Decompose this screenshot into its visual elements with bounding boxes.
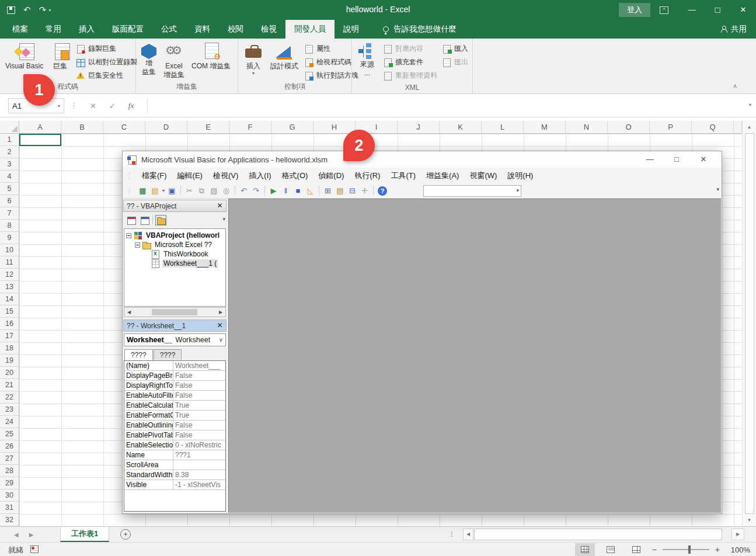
property-row[interactable]: Visible-1 - xlSheetVis <box>124 480 225 490</box>
sheet-nav-right-icon[interactable]: ▶ <box>29 531 34 538</box>
ribbon-tab[interactable]: 公式 <box>152 20 186 39</box>
excel-addins-button[interactable]: Excel 增益集 <box>161 41 187 81</box>
vba-menu-item[interactable]: 說明(H) <box>502 168 538 183</box>
row-header[interactable]: 5 <box>0 183 19 195</box>
row-header[interactable]: 32 <box>0 514 19 526</box>
collapse-ribbon-icon[interactable]: ∧ <box>733 82 737 90</box>
vba-menu-item[interactable]: 檢視(V) <box>208 168 243 183</box>
insert-object-icon[interactable]: ▤ <box>149 185 161 197</box>
sheet-tab[interactable]: 工作表1 <box>60 527 109 542</box>
vba-menu-item[interactable]: 插入(I) <box>243 168 276 183</box>
macro-security-button[interactable]: 巨集安全性 <box>74 69 139 82</box>
find-icon[interactable]: ◎ <box>220 185 232 197</box>
vba-minimize-button[interactable]: — <box>636 151 663 168</box>
column-header[interactable]: F <box>229 121 271 133</box>
relative-references-button[interactable]: 以相對位置錄製 <box>74 55 139 69</box>
ribbon-tab[interactable]: 常用 <box>37 20 70 39</box>
toolbar-grip-icon[interactable]: ⋮ <box>123 186 137 195</box>
row-header[interactable]: 26 <box>0 440 19 453</box>
vba-menu-item[interactable]: 編輯(E) <box>172 168 208 183</box>
row-header[interactable]: 30 <box>0 489 19 502</box>
object-selector-combo[interactable]: Worksheet__ Worksheet ∨ <box>124 333 226 346</box>
select-all-corner[interactable] <box>0 121 19 134</box>
column-header[interactable]: L <box>482 121 524 133</box>
tab-scrollbar-splitter[interactable]: ⁞ <box>451 530 453 538</box>
hscroll-right-icon[interactable]: ▶ <box>731 529 744 540</box>
record-macro-button[interactable]: 錄製巨集 <box>74 42 139 55</box>
customize-qat-icon[interactable]: ▾ <box>48 8 51 13</box>
row-header[interactable]: 23 <box>0 404 19 416</box>
row-header[interactable]: 19 <box>0 355 19 367</box>
design-mode-icon[interactable]: ◺ <box>304 185 316 197</box>
cut-icon[interactable]: ✂ <box>183 185 196 197</box>
row-header[interactable]: 12 <box>0 269 19 281</box>
vba-menu-item[interactable]: 工具(T) <box>385 168 421 183</box>
column-header[interactable]: G <box>271 121 313 133</box>
ribbon-tab[interactable]: 校閱 <box>219 20 252 39</box>
vba-close-button[interactable]: ✕ <box>690 151 717 168</box>
com-addins-button[interactable]: COM 增益集 <box>189 41 234 72</box>
properties-tab[interactable]: ???? <box>154 349 182 360</box>
property-row[interactable]: DisplayPageBreaFalse <box>124 371 225 381</box>
row-header[interactable]: 18 <box>0 342 19 355</box>
toolbox-icon[interactable]: ✛ <box>358 185 371 197</box>
horizontal-scrollbar[interactable] <box>474 529 722 540</box>
sign-in-button[interactable]: 登入 <box>619 3 650 17</box>
column-header[interactable]: K <box>440 121 482 133</box>
help-icon[interactable]: ? <box>378 186 387 196</box>
vba-menu-item[interactable]: 增益集(A) <box>421 168 464 183</box>
view-excel-icon[interactable]: ▦ <box>137 185 149 197</box>
column-header[interactable]: E <box>187 121 229 133</box>
row-header[interactable]: 25 <box>0 428 19 440</box>
undo-icon[interactable]: ↶ <box>238 185 250 197</box>
run-icon[interactable]: ▶ <box>267 185 280 197</box>
vba-menu-item[interactable]: 視窗(W) <box>464 168 502 183</box>
toolbar-overflow-icon[interactable]: ▾ <box>716 186 719 192</box>
ribbon-display-options-icon[interactable]: ^ <box>660 6 668 14</box>
tree-expander-icon[interactable] <box>135 242 140 248</box>
ribbon-tab[interactable]: 開發人員 <box>285 20 335 39</box>
project-tree-item[interactable]: Worksheet___1 ( <box>124 259 225 268</box>
row-header[interactable]: 27 <box>0 453 19 465</box>
ribbon-tab[interactable]: 檔案 <box>4 20 37 39</box>
copy-icon[interactable]: ⧉ <box>196 185 208 197</box>
ribbon-tab[interactable]: 插入 <box>70 20 103 39</box>
property-row[interactable]: ScrollArea <box>124 460 225 470</box>
ribbon-tab[interactable]: 檢視 <box>252 20 285 39</box>
property-row[interactable]: DisplayRightToLFalse <box>124 381 225 391</box>
page-break-view-button[interactable] <box>626 543 646 556</box>
design-mode-button[interactable]: 設計模式 <box>267 41 301 72</box>
dropdown-icon[interactable]: ▾ <box>162 188 165 193</box>
expansion-packs-button[interactable]: 擴充套件 <box>381 55 439 69</box>
row-header[interactable]: 7 <box>0 207 19 220</box>
property-row[interactable]: EnableOutliningFalse <box>124 421 225 430</box>
cancel-icon[interactable]: ✕ <box>90 102 96 110</box>
toggle-folders-icon[interactable] <box>155 215 166 225</box>
tell-me-box[interactable]: 告訴我您想做什麼 <box>383 20 457 39</box>
refresh-data-button[interactable]: 重新整理資料 <box>381 69 439 82</box>
view-code-icon[interactable] <box>126 215 137 225</box>
vertical-scroll-thumb[interactable] <box>745 133 754 514</box>
row-header[interactable]: 10 <box>0 244 19 256</box>
project-tree-item[interactable]: VBAProject (helloworl <box>124 231 225 240</box>
row-header[interactable]: 17 <box>0 330 19 342</box>
property-row[interactable]: EnableSelection0 - xlNoRestric <box>124 440 225 450</box>
break-icon[interactable]: ‖ <box>280 185 292 197</box>
enter-icon[interactable]: ✓ <box>109 102 116 110</box>
row-header[interactable]: 16 <box>0 318 19 330</box>
column-header[interactable]: N <box>566 121 608 133</box>
row-header[interactable]: 11 <box>0 256 19 269</box>
row-header[interactable]: 2 <box>0 146 19 158</box>
map-properties-button[interactable]: 對應內容 <box>381 42 439 55</box>
share-button[interactable]: 共用 <box>720 20 747 39</box>
project-tree-item[interactable]: Microsoft Excel ?? <box>124 240 225 249</box>
row-header[interactable]: 29 <box>0 477 19 489</box>
column-header[interactable]: J <box>398 121 440 133</box>
row-header[interactable]: 31 <box>0 502 19 514</box>
row-header[interactable]: 4 <box>0 171 19 183</box>
reset-icon[interactable]: ■ <box>292 185 304 197</box>
macro-recording-icon[interactable] <box>30 545 39 553</box>
save-icon[interactable] <box>7 6 15 14</box>
maximize-button[interactable]: □ <box>705 0 730 20</box>
redo-icon[interactable]: ↷ <box>39 5 47 15</box>
